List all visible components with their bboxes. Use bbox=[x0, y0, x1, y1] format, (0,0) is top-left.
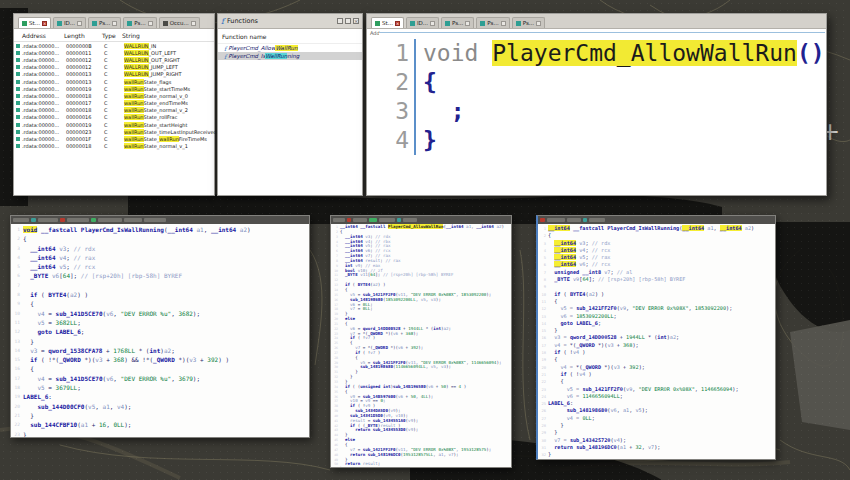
close-tab-icon[interactable] bbox=[148, 21, 153, 26]
tab-label: St... bbox=[29, 20, 40, 26]
close-tab-icon[interactable] bbox=[430, 21, 435, 26]
tab-strip[interactable] bbox=[331, 216, 511, 224]
string-item-icon bbox=[16, 58, 20, 62]
pseudocode-window-tabbar: St...×ID...Ps...Ps...Ps... bbox=[367, 14, 826, 29]
code-line: 14 v3 = qword_1538CFA78 + 1768LL * (int)… bbox=[12, 346, 309, 355]
string-row[interactable]: .rdata:00000...00000011CWALLRUN_OUT_LEFT bbox=[14, 49, 214, 56]
code-line: 3 __int64 v3; // rdx bbox=[12, 244, 309, 253]
decompiler-window-left: 1void __fastcall PlayerCmd_IsWallRunning… bbox=[10, 215, 310, 438]
string-row[interactable]: .rdata:00000...00000023CwallRunState_tim… bbox=[14, 128, 214, 135]
tab-occurrences[interactable]: Occu... bbox=[159, 17, 200, 28]
string-row[interactable]: .rdata:00000...00000013CwallRunState_fla… bbox=[14, 78, 214, 85]
string-row[interactable]: .rdata:00000...00000012CWALLRUN_JUMP_LEF… bbox=[14, 64, 214, 71]
window-close-icon[interactable]: × bbox=[353, 18, 359, 24]
string-item-icon bbox=[16, 87, 20, 91]
string-row[interactable]: .rdata:00000...00000018CwallRunState_nor… bbox=[14, 92, 214, 99]
functions-titlebar[interactable]: f Functions × bbox=[218, 14, 362, 29]
string-row[interactable]: .rdata:00000...00000012CWALLRUN_OUT_RIGH… bbox=[14, 56, 214, 63]
code-line: 13 } bbox=[12, 337, 309, 346]
line-number: 16 bbox=[539, 334, 548, 341]
string-row[interactable]: .rdata:00000...00000017CwallRunState_end… bbox=[14, 100, 214, 107]
close-tab-icon[interactable] bbox=[501, 21, 506, 26]
tab-pseudocode[interactable]: Ps... bbox=[476, 17, 509, 28]
close-tab-icon[interactable] bbox=[536, 21, 541, 26]
code-line: 24 v6 = 1146656094LL; bbox=[539, 393, 775, 400]
column-header-length[interactable]: Length bbox=[64, 32, 102, 39]
code-line: 21 if ( !v4 ) bbox=[539, 371, 775, 378]
function-row[interactable]: fPlayerCmd_AllowWallRun bbox=[218, 44, 362, 52]
column-header-address[interactable]: Address bbox=[14, 32, 64, 39]
code-line: 16 { bbox=[12, 364, 309, 373]
string-row[interactable]: .rdata:00000...00000018CwallRunState_nor… bbox=[14, 107, 214, 114]
tab-pseudocode[interactable]: Ps... bbox=[123, 17, 156, 28]
line-number: 10 bbox=[539, 291, 548, 298]
tab-ida-view[interactable]: ID... bbox=[406, 17, 439, 28]
line-number: 30 bbox=[539, 437, 548, 444]
line-number: 18 bbox=[12, 383, 23, 392]
code-line: 18 if ( !v4 ) bbox=[539, 349, 775, 356]
line-number: 7 bbox=[12, 281, 23, 290]
line-number: 4 bbox=[539, 247, 548, 254]
tab-label: Ps... bbox=[99, 20, 110, 26]
line-number: 8 bbox=[539, 276, 548, 283]
close-tab-icon[interactable]: × bbox=[395, 21, 400, 26]
close-tab-icon[interactable]: × bbox=[42, 21, 47, 26]
line-number: 6 bbox=[12, 271, 23, 280]
code-line: 32} bbox=[539, 451, 775, 458]
window-restore-icon[interactable] bbox=[337, 18, 343, 24]
window-dock-icon[interactable] bbox=[345, 18, 351, 24]
code-line: 20 sub_144D00CF0(v5, a1, v4); bbox=[12, 402, 309, 411]
tab-strip[interactable] bbox=[11, 216, 309, 224]
line-number: 2 bbox=[539, 232, 548, 239]
string-row[interactable]: .rdata:00000...0000001FCwallRunState_wal… bbox=[14, 135, 214, 142]
line-number: 14 bbox=[539, 320, 548, 327]
tab-pseudocode[interactable]: Ps... bbox=[441, 17, 474, 28]
tab-strings[interactable]: St...× bbox=[18, 17, 51, 28]
code-line: 31 return sub_148196DC0(a1 + 32, v7); bbox=[539, 444, 775, 451]
code-line: 25LABEL_6: bbox=[539, 400, 775, 407]
decompiled-code-right[interactable]: 1__int64 __fastcall PlayerCmd_IsWallRunn… bbox=[538, 224, 775, 459]
tab-strip[interactable] bbox=[538, 216, 775, 224]
line-number: 31 bbox=[539, 444, 548, 451]
line-number: 11 bbox=[12, 318, 23, 327]
function-icon: f bbox=[221, 17, 224, 26]
functions-column-header[interactable]: Function name bbox=[218, 29, 362, 44]
code-line: 26 sub_148198680(v6, a1, v5); bbox=[539, 407, 775, 414]
close-tab-icon[interactable] bbox=[112, 21, 117, 26]
tab-label: Ps... bbox=[523, 20, 534, 26]
close-tab-icon[interactable] bbox=[465, 21, 470, 26]
tab-strings[interactable]: St...× bbox=[371, 17, 404, 28]
strings-list[interactable]: .rdata:00000...0000000BCWALLRUN_IN.rdata… bbox=[14, 42, 214, 150]
string-row[interactable]: .rdata:00000...00000019CwallRunState_sta… bbox=[14, 121, 214, 128]
tab-pseudocode[interactable]: Ps... bbox=[512, 17, 545, 28]
function-row[interactable]: fPlayerCmd_IsWallRunning bbox=[218, 52, 362, 60]
column-header-type[interactable]: Type bbox=[102, 32, 122, 39]
pseudocode-editor[interactable]: 1void PlayerCmd_AllowWallRun()2{3 ;4} bbox=[379, 32, 825, 193]
decompiled-code-left[interactable]: 1void __fastcall PlayerCmd_IsWallRunning… bbox=[11, 224, 309, 438]
line-number: 1 bbox=[12, 225, 23, 234]
line-number: 24 bbox=[539, 393, 548, 400]
line-number: 14 bbox=[12, 346, 23, 355]
string-row[interactable]: .rdata:00000...0000000BCWALLRUN_IN bbox=[14, 42, 214, 49]
string-row[interactable]: .rdata:00000...00000018CwallRunState_nor… bbox=[14, 143, 214, 150]
string-row[interactable]: .rdata:00000...00000013CWALLRUN_JUMP_RIG… bbox=[14, 71, 214, 78]
tab-pseudocode[interactable]: Ps... bbox=[88, 17, 121, 28]
string-row[interactable]: .rdata:00000...00000016CwallRunState_rol… bbox=[14, 114, 214, 121]
column-header-string[interactable]: String bbox=[122, 32, 140, 39]
code-line: 4 __int64 v4; // rcx bbox=[539, 247, 775, 254]
close-tab-icon[interactable] bbox=[191, 21, 196, 26]
function-icon: f bbox=[224, 53, 226, 60]
functions-list[interactable]: fPlayerCmd_AllowWallRunfPlayerCmd_IsWall… bbox=[218, 44, 362, 60]
decompiled-code-middle[interactable]: 1__int64 __fastcall PlayerCmd_AllowWallR… bbox=[331, 224, 511, 468]
line-number: 8 bbox=[12, 290, 23, 299]
line-number: 23 bbox=[12, 430, 23, 438]
close-tab-icon[interactable] bbox=[77, 21, 82, 26]
line-number: 9 bbox=[539, 283, 548, 290]
strings-column-headers[interactable]: Address Length Type String bbox=[14, 29, 214, 42]
tab-ida-view[interactable]: ID... bbox=[53, 17, 86, 28]
code-line: 19LABEL_6: bbox=[12, 392, 309, 401]
string-row[interactable]: .rdata:00000...00000019CwallRunState_sta… bbox=[14, 85, 214, 92]
tab-label: St... bbox=[382, 20, 393, 26]
pseudocode-icon bbox=[445, 21, 450, 26]
code-line: 23} bbox=[12, 430, 309, 438]
